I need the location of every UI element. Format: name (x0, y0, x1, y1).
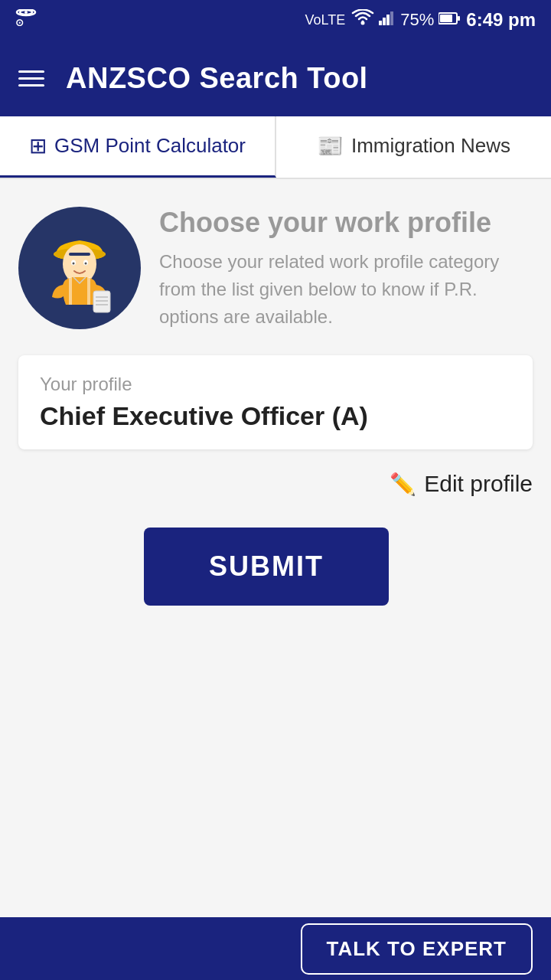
edit-profile-label: Edit profile (424, 471, 533, 497)
profile-description: Choose your work profile Choose your rel… (159, 207, 533, 331)
calculator-icon: ⊞ (29, 133, 47, 158)
svg-point-4 (361, 21, 365, 25)
tab-gsm[interactable]: ⊞ GSM Point Calculator (0, 116, 276, 178)
battery-icon (439, 10, 460, 30)
pencil-icon: ✏️ (390, 472, 416, 497)
submit-button[interactable]: SUBMIT (144, 528, 389, 606)
svg-rect-5 (379, 21, 382, 25)
avatar (18, 207, 141, 329)
svg-point-17 (73, 263, 75, 265)
edit-profile-button[interactable]: ✏️ Edit profile (18, 471, 533, 497)
choose-profile-heading: Choose your work profile (159, 207, 533, 239)
newspaper-icon: 📰 (317, 133, 344, 158)
svg-rect-11 (458, 16, 460, 21)
profile-card-value: Chief Executive Officer (A) (40, 401, 511, 431)
hamburger-line-2 (18, 77, 44, 80)
status-wifi (351, 9, 374, 31)
tab-bar: ⊞ GSM Point Calculator 📰 Immigration New… (0, 116, 551, 179)
profile-card: Your profile Chief Executive Officer (A) (18, 355, 533, 449)
profile-section: Choose your work profile Choose your rel… (18, 207, 533, 331)
hamburger-line-1 (18, 70, 44, 73)
svg-text:⊙: ⊙ (15, 17, 24, 26)
profile-card-label: Your profile (40, 374, 511, 395)
status-signal-bars (379, 10, 396, 30)
tab-immigration-label: Immigration News (351, 134, 510, 158)
svg-rect-19 (93, 291, 110, 312)
hamburger-menu[interactable] (18, 70, 44, 87)
tab-immigration[interactable]: 📰 Immigration News (276, 116, 551, 178)
submit-wrapper: SUBMIT (18, 528, 533, 606)
svg-rect-23 (69, 253, 90, 256)
status-signal: VoLTE (305, 12, 346, 28)
app-header: ANZSCO Search Tool (0, 40, 551, 116)
talk-to-expert-button[interactable]: TALK TO EXPERT (301, 923, 533, 975)
status-bar: ⊙ VoLTE 75% 6:49 pm (0, 0, 551, 40)
bottom-bar: TALK TO EXPERT (0, 917, 551, 980)
wifi-icon: ⊙ (15, 9, 37, 30)
app-title: ANZSCO Search Tool (66, 62, 368, 95)
svg-rect-10 (440, 15, 452, 22)
battery-percent: 75% (400, 10, 434, 30)
svg-point-18 (85, 263, 87, 265)
status-time: 6:49 pm (466, 9, 536, 31)
choose-profile-description: Choose your related work profile categor… (159, 248, 533, 331)
svg-point-2 (24, 11, 28, 14)
main-content: Choose your work profile Choose your rel… (0, 179, 551, 980)
hamburger-line-3 (18, 84, 44, 87)
svg-rect-6 (383, 18, 386, 25)
svg-rect-8 (390, 11, 393, 25)
tab-gsm-label: GSM Point Calculator (54, 134, 246, 158)
svg-rect-7 (386, 15, 390, 25)
